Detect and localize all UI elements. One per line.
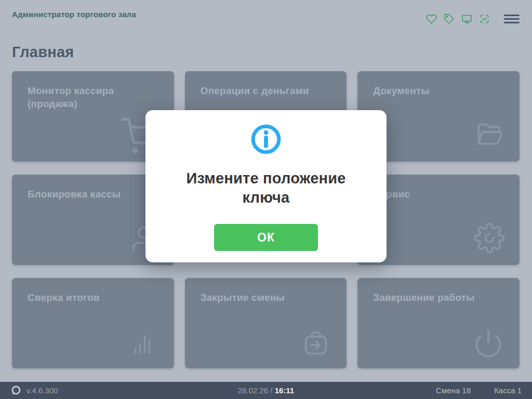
dialog-message: Измените положение ключа: [162, 169, 370, 207]
register-label: Касса 1: [494, 386, 522, 395]
folder-icon: [475, 120, 505, 150]
scan-check-icon: [479, 14, 490, 24]
tile-label: Завершение работы: [373, 291, 482, 304]
status-time: 16:11: [275, 386, 295, 395]
tile-label: Монитор кассира (продажа): [28, 85, 137, 110]
logo-icon: [10, 385, 21, 396]
info-icon: [250, 123, 282, 155]
app-title: Администратор торгового зала: [12, 10, 136, 19]
gear-icon: [474, 222, 505, 254]
bag-arrow-icon: [301, 328, 331, 358]
tile-totals-check[interactable]: Сверка итогов: [12, 278, 174, 368]
bar-chart-icon: [128, 330, 156, 358]
status-separator: /: [270, 386, 272, 395]
page-title: Главная: [12, 44, 532, 61]
statusbar-right: Смена 18 Касса 1: [436, 386, 522, 395]
menu-icon[interactable]: [504, 14, 520, 24]
tile-shutdown[interactable]: Завершение работы: [357, 278, 520, 368]
tile-label: Сверка итогов: [28, 291, 137, 304]
tile-label: Операции с деньгами: [201, 85, 310, 98]
app-version: v.4.6.300: [26, 386, 58, 395]
ok-button[interactable]: ОК: [214, 224, 318, 251]
heart-icon: [426, 14, 437, 24]
statusbar-left: v.4.6.300: [10, 385, 58, 396]
power-icon: [473, 328, 504, 359]
status-date: 28.02.26: [238, 386, 268, 395]
tile-close-shift[interactable]: Закрытие смены: [185, 278, 347, 368]
tile-label: Блокировка кассы: [28, 188, 137, 201]
header-status-icons: [426, 14, 520, 24]
monitor-icon: [461, 14, 472, 24]
tile-label: Сервис: [373, 188, 482, 201]
status-bar: v.4.6.300 28.02.26 / 16:11 Смена 18 Касс…: [0, 382, 532, 399]
tile-label: Закрытие смены: [201, 291, 310, 304]
tag-icon: [444, 14, 455, 24]
info-dialog: Измените положение ключа ОК: [145, 110, 387, 262]
shift-label: Смена 18: [436, 386, 471, 395]
header: Администратор торгового зала: [0, 0, 532, 24]
tile-label: Документы: [373, 85, 482, 98]
